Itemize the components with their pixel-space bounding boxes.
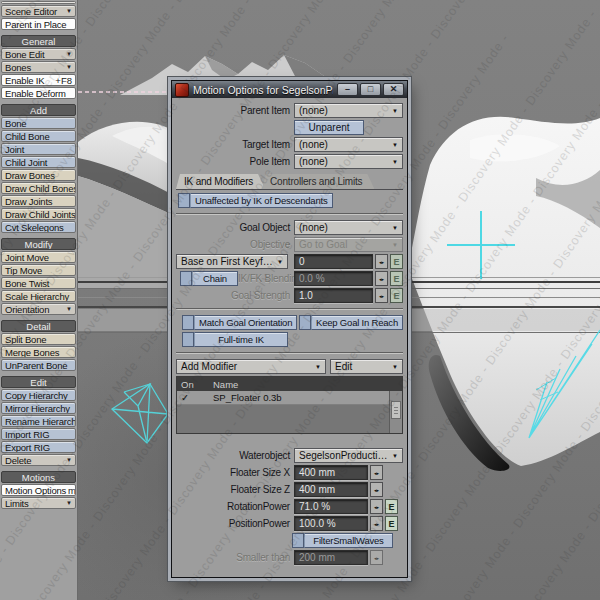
modifier-list: On Name ✓ SP_Floater 0.3b — [176, 376, 403, 434]
objective-dropdown[interactable]: Go to Goal ▼ — [294, 237, 403, 252]
objective-label: Objective — [176, 239, 294, 250]
ikfk-blending-field[interactable]: 0.0 % — [294, 271, 373, 286]
sidebar-section-general: General — [1, 35, 76, 47]
edit-dropdown[interactable]: Edit ▼ — [330, 359, 403, 374]
filter-small-waves-toggle[interactable]: FilterSmallWaves — [292, 533, 393, 548]
rotation-power-label: RotationPower — [176, 501, 294, 512]
envelope-button[interactable]: E — [385, 516, 398, 531]
goal-object-dropdown[interactable]: (none) ▼ — [294, 220, 403, 235]
sidebar-item-joint-move[interactable]: Joint Move — [1, 251, 76, 263]
chevron-down-icon: ▼ — [66, 455, 72, 466]
tab-controllers-and-limits[interactable]: Controllers and Limits — [262, 174, 374, 189]
sidebar-item-child-bone[interactable]: Child Bone — [1, 130, 76, 142]
motion-options-dialog: Motion Options for SegelsonPro... – □ ✕ … — [171, 80, 408, 578]
envelope-button[interactable]: E — [390, 288, 403, 303]
stepper-icon[interactable]: ◂▸ — [375, 254, 388, 269]
envelope-button[interactable]: E — [390, 254, 403, 269]
sidebar-item-copy-hierarchy[interactable]: Copy Hierarchy — [1, 389, 76, 401]
dialog-body: Parent Item (none) ▼ Unparent Target Ite… — [172, 98, 407, 577]
goal-strength-field[interactable]: 1.0 — [294, 288, 373, 303]
sidebar-item-motion-options[interactable]: Motion Optionsm — [1, 484, 76, 496]
rotation-power-field[interactable]: 71.0 % — [294, 499, 368, 514]
add-modifier-dropdown[interactable]: Add Modifier ▼ — [176, 359, 326, 374]
sidebar-item-merge-bones[interactable]: Merge Bones — [1, 346, 76, 358]
sidebar-item-delete[interactable]: Delete▼ — [1, 454, 76, 466]
sidebar-section-modify: Modify — [1, 238, 76, 250]
waterobject-dropdown[interactable]: SegelsonProductionLo ... ▼ — [294, 448, 403, 463]
sidebar-item-split-bone[interactable]: Split Bone — [1, 333, 76, 345]
stepper-icon[interactable]: ◂▸ — [370, 465, 383, 480]
list-item[interactable]: ✓ SP_Floater 0.3b — [177, 391, 390, 405]
unparent-button[interactable]: Unparent — [294, 120, 364, 135]
sidebar-item-draw-bones[interactable]: Draw Bones — [1, 169, 76, 181]
dialog-tabs: IK and Modifiers Controllers and Limits — [176, 174, 403, 190]
sidebar-item-import-rig[interactable]: Import RIG — [1, 428, 76, 440]
chevron-down-icon: ▼ — [392, 225, 398, 231]
sidebar-item-joint[interactable]: Joint — [1, 143, 76, 155]
smaller-than-field[interactable]: 200 mm — [294, 550, 368, 565]
sidebar-item-cvt-skelegons[interactable]: Cvt Skelegons — [1, 221, 76, 233]
sidebar-item-parent-in-place[interactable]: Parent in Place — [1, 18, 76, 30]
chevron-down-icon: ▼ — [392, 108, 398, 114]
sidebar-item-draw-child-bones[interactable]: Draw Child Bones — [1, 182, 76, 194]
pole-item-dropdown[interactable]: (none) ▼ — [294, 154, 403, 169]
sidebar-item-bone-twist[interactable]: Bone Twist — [1, 277, 76, 289]
sidebar-item-bone[interactable]: Bone — [1, 117, 76, 129]
sidebar-item-enable-ik[interactable]: Enable IK+F8 — [1, 74, 76, 86]
envelope-button[interactable]: E — [385, 499, 398, 514]
sidebar-item-rename-hierarchy[interactable]: Rename Hierarchy — [1, 415, 76, 427]
stepper-icon[interactable]: ◂▸ — [370, 550, 383, 565]
stepper-icon[interactable]: ◂▸ — [370, 516, 383, 531]
target-item-dropdown[interactable]: (none) ▼ — [294, 137, 403, 152]
sidebar-item-tip-move[interactable]: Tip Move — [1, 264, 76, 276]
sidebar-item-orientation[interactable]: Orientation▼ — [1, 303, 76, 315]
tab-ik-and-modifiers[interactable]: IK and Modifiers — [176, 174, 265, 189]
sidebar-item-export-rig[interactable]: Export RIG — [1, 441, 76, 453]
keep-goal-in-reach-toggle[interactable]: Keep Goal In Reach — [299, 315, 403, 330]
sidebar-item-scale-hierarchy[interactable]: Scale Hierarchy — [1, 290, 76, 302]
sidebar-item-draw-joints[interactable]: Draw Joints — [1, 195, 76, 207]
sidebar-item-partial[interactable] — [1, 1, 76, 4]
parent-item-dropdown[interactable]: (none) ▼ — [294, 103, 403, 118]
stepper-icon[interactable]: ◂▸ — [375, 271, 388, 286]
full-time-ik-toggle[interactable]: Full-time IK — [182, 332, 288, 347]
envelope-button[interactable]: E — [390, 271, 403, 286]
left-toolbar: Scene Editor▼Parent in PlaceGeneralBone … — [0, 0, 78, 600]
scrollbar-thumb[interactable] — [391, 401, 401, 419]
chevron-down-icon: ▼ — [392, 142, 398, 148]
target-item-label: Target Item — [176, 139, 294, 150]
keyframe-value-field[interactable]: 0 — [294, 254, 373, 269]
goal-strength-label: Goal Strength — [176, 290, 294, 301]
sidebar-item-mirror-hierarchy[interactable]: Mirror Hierarchy — [1, 402, 76, 414]
position-power-field[interactable]: 100.0 % — [294, 516, 368, 531]
sidebar-item-enable-deform[interactable]: Enable Deform — [1, 87, 76, 99]
sidebar-item-bone-edit[interactable]: Bone Edit▼ — [1, 48, 76, 60]
stepper-icon[interactable]: ◂▸ — [370, 499, 383, 514]
dialog-titlebar[interactable]: Motion Options for SegelsonPro... – □ ✕ — [172, 81, 407, 98]
match-goal-orientation-toggle[interactable]: Match Goal Orientation — [182, 315, 292, 330]
close-icon[interactable]: ✕ — [383, 83, 404, 96]
floater-size-x-field[interactable]: 400 mm — [294, 465, 368, 480]
chevron-down-icon: ▼ — [315, 364, 321, 370]
app-screen: Scene Editor▼Parent in PlaceGeneralBone … — [0, 0, 600, 600]
checkbox-box — [292, 533, 304, 548]
floater-size-z-field[interactable]: 400 mm — [294, 482, 368, 497]
sidebar-item-unparent-bone[interactable]: UnParent Bone — [1, 359, 76, 371]
stepper-icon[interactable]: ◂▸ — [375, 288, 388, 303]
sidebar-item-limits[interactable]: Limits▼ — [1, 497, 76, 509]
maximize-icon[interactable]: □ — [360, 83, 381, 96]
ikfk-blending-label: IK/FK Blending — [238, 273, 294, 284]
list-scrollbar[interactable] — [389, 391, 402, 433]
sidebar-item-scene-editor[interactable]: Scene Editor▼ — [1, 5, 76, 17]
minimize-icon[interactable]: – — [337, 83, 358, 96]
divider — [176, 308, 403, 310]
stepper-icon[interactable]: ◂▸ — [370, 482, 383, 497]
check-icon[interactable]: ✓ — [177, 392, 213, 403]
sidebar-item-bones[interactable]: Bones▼ — [1, 61, 76, 73]
chain-toggle[interactable]: Chain — [180, 271, 238, 286]
unaffected-by-ik-toggle[interactable]: Unaffected by IK of Descendants — [178, 193, 328, 208]
sidebar-item-child-joint[interactable]: Child Joint — [1, 156, 76, 168]
keyframe-mode-dropdown[interactable]: Base on First Keyframe ▼ — [176, 254, 288, 269]
waterobject-label: Waterobject — [176, 450, 294, 461]
sidebar-item-draw-child-joints[interactable]: Draw Child Joints — [1, 208, 76, 220]
